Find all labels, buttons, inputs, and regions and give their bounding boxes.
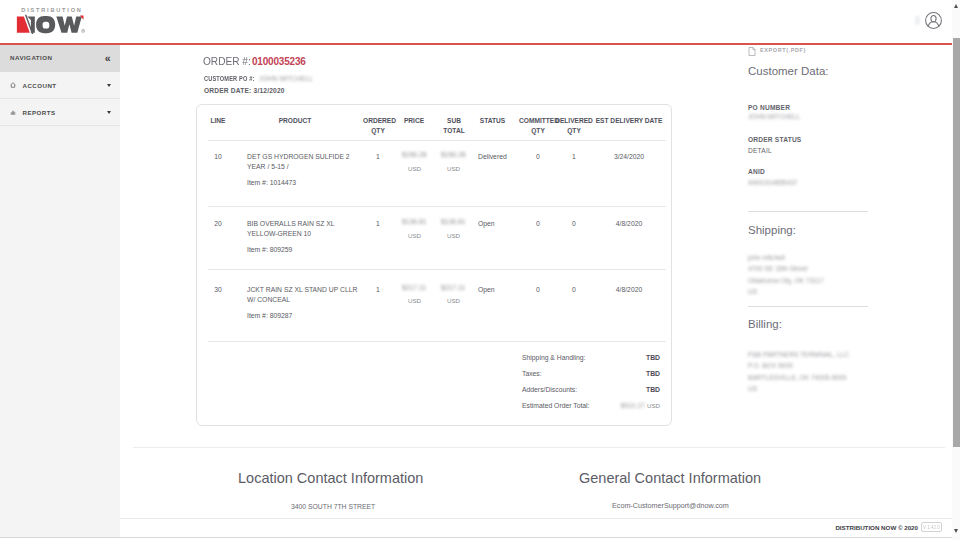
svg-text:R: R <box>82 29 84 33</box>
svg-text:DISTRIBUTION: DISTRIBUTION <box>21 7 82 13</box>
